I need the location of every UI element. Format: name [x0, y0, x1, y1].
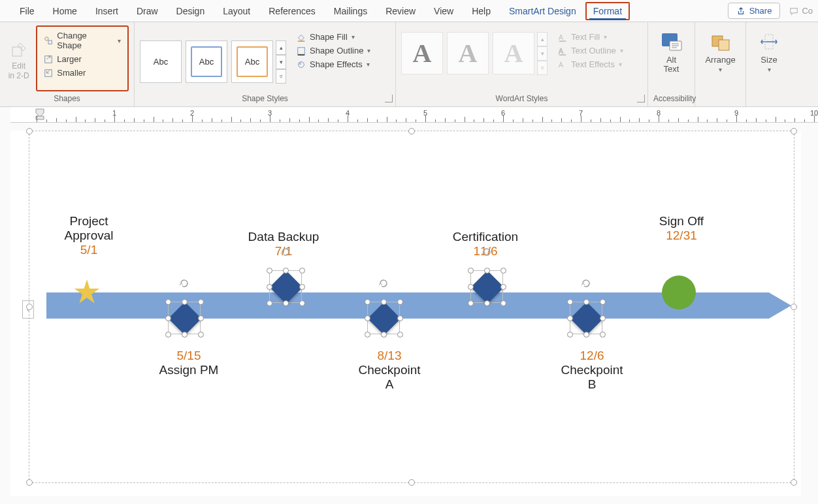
smaller-button[interactable]: Smaller [41, 67, 123, 79]
selection-handle[interactable] [567, 332, 573, 338]
tab-layout[interactable]: Layout [214, 2, 259, 20]
selection-handle[interactable] [283, 268, 289, 274]
tab-home[interactable]: Home [44, 2, 86, 20]
rotate-handle-icon[interactable] [179, 278, 189, 291]
shape-effects-button[interactable]: Shape Effects ▾ [297, 59, 370, 69]
shape-styles-dialog-launcher[interactable] [385, 95, 393, 102]
comments-button[interactable]: Co [780, 2, 818, 20]
shape-style-3[interactable]: Abc [231, 40, 273, 83]
tab-help[interactable]: Help [463, 2, 500, 20]
diamond-certification[interactable] [466, 266, 507, 307]
selection-handle[interactable] [165, 299, 171, 305]
style-expand[interactable]: ▿ [276, 69, 286, 84]
selection-handle[interactable] [26, 304, 33, 310]
rotate-handle-icon[interactable] [378, 278, 389, 291]
style-scroll-up[interactable]: ▴ [276, 40, 286, 55]
circle-marker[interactable] [662, 276, 696, 309]
tab-draw[interactable]: Draw [127, 2, 167, 20]
selection-handle[interactable] [165, 332, 171, 338]
selection-handle[interactable] [381, 332, 387, 338]
shape-fill-button[interactable]: Shape Fill ▾ [297, 32, 370, 42]
selection-handle[interactable] [484, 268, 490, 274]
tab-design[interactable]: Design [167, 2, 214, 20]
arrange-button[interactable]: Arrange ▾ [700, 25, 740, 73]
tab-references[interactable]: References [259, 2, 325, 20]
rotate-handle-icon[interactable] [581, 278, 591, 291]
wordart-dialog-launcher[interactable] [637, 95, 645, 102]
milestone-project-approval[interactable]: Project Approval 5/1 [50, 214, 128, 257]
selection-handle[interactable] [468, 268, 474, 274]
selection-handle[interactable] [583, 332, 589, 338]
selection-handle[interactable] [567, 299, 573, 305]
selection-handle[interactable] [397, 315, 403, 321]
selection-handle[interactable] [500, 300, 506, 306]
larger-button[interactable]: Larger [41, 53, 123, 65]
selection-handle[interactable] [381, 299, 387, 305]
selection-handle[interactable] [267, 268, 272, 274]
size-button[interactable]: Size ▾ [751, 25, 787, 73]
selection-handle[interactable] [165, 315, 171, 321]
selection-handle[interactable] [500, 284, 506, 290]
selection-handle[interactable] [791, 304, 797, 310]
diamond-checkpoint-a[interactable] [363, 298, 404, 338]
selection-handle[interactable] [583, 299, 589, 305]
milestone-assign-pm[interactable]: 5/15 Assign PM [153, 349, 225, 377]
milestone-checkpoint-a[interactable]: 8/13 Checkpoint A [344, 349, 435, 392]
selection-handle[interactable] [365, 332, 370, 338]
selection-handle[interactable] [267, 284, 272, 290]
selection-handle[interactable] [408, 479, 415, 486]
selection-handle[interactable] [198, 315, 204, 321]
horizontal-ruler[interactable]: 12345678910 [10, 107, 818, 123]
style-scroll-down[interactable]: ▾ [276, 55, 286, 69]
selection-handle[interactable] [198, 332, 204, 338]
selection-handle[interactable] [567, 315, 573, 321]
wordart-expand[interactable]: ▿ [537, 61, 548, 75]
selection-handle[interactable] [791, 479, 797, 486]
selection-handle[interactable] [182, 299, 188, 305]
tab-smartart-design[interactable]: SmartArt Design [500, 2, 585, 20]
wordart-scroll-up[interactable]: ▴ [537, 32, 548, 46]
selection-handle[interactable] [26, 479, 33, 486]
wordart-scroll-down[interactable]: ▾ [537, 46, 548, 61]
tab-file[interactable]: File [10, 2, 44, 20]
shape-style-gallery[interactable]: Abc Abc Abc ▴ ▾ ▿ [140, 25, 286, 91]
selection-handle[interactable] [267, 300, 272, 306]
milestone-sign-off[interactable]: Sign Off 12/31 [649, 214, 714, 243]
selection-handle[interactable] [182, 332, 188, 338]
wordart-style-1[interactable]: A [401, 32, 443, 74]
tab-insert[interactable]: Insert [86, 2, 127, 20]
selection-handle[interactable] [600, 332, 606, 338]
wordart-scroller[interactable]: ▴ ▾ ▿ [537, 32, 548, 91]
selection-handle[interactable] [283, 300, 289, 306]
selection-handle[interactable] [791, 128, 797, 134]
selection-handle[interactable] [365, 315, 370, 321]
shape-style-scroller[interactable]: ▴ ▾ ▿ [276, 40, 286, 84]
selection-handle[interactable] [484, 300, 490, 306]
selection-handle[interactable] [408, 128, 415, 134]
tab-mailings[interactable]: Mailings [325, 2, 376, 20]
selection-handle[interactable] [365, 299, 370, 305]
diamond-assign-pm[interactable] [164, 298, 204, 338]
diamond-checkpoint-b[interactable] [566, 298, 606, 338]
selection-handle[interactable] [500, 268, 506, 274]
change-shape-button[interactable]: Change Shape ▾ [41, 29, 123, 52]
selection-handle[interactable] [600, 299, 606, 305]
selection-handle[interactable] [468, 300, 474, 306]
selection-handle[interactable] [397, 332, 403, 338]
rotate-handle-icon[interactable] [482, 247, 492, 259]
rotate-handle-icon[interactable] [280, 247, 291, 259]
selection-handle[interactable] [198, 299, 204, 305]
shape-style-1[interactable]: Abc [140, 40, 182, 83]
selection-handle[interactable] [299, 268, 305, 274]
milestone-checkpoint-b[interactable]: 12/6 Checkpoint B [546, 349, 638, 392]
tab-format[interactable]: Format [585, 2, 630, 20]
selection-handle[interactable] [299, 300, 305, 306]
wordart-style-3[interactable]: A [493, 32, 534, 74]
tab-review[interactable]: Review [376, 2, 425, 20]
wordart-style-2[interactable]: A [447, 32, 489, 74]
selection-handle[interactable] [600, 315, 606, 321]
selection-handle[interactable] [299, 284, 305, 290]
alt-text-button[interactable]: AltText [653, 25, 689, 74]
tab-view[interactable]: View [425, 2, 463, 20]
document-canvas[interactable]: ‹ Project Approval 5/1 Data Backup 7/1 C… [10, 131, 801, 496]
